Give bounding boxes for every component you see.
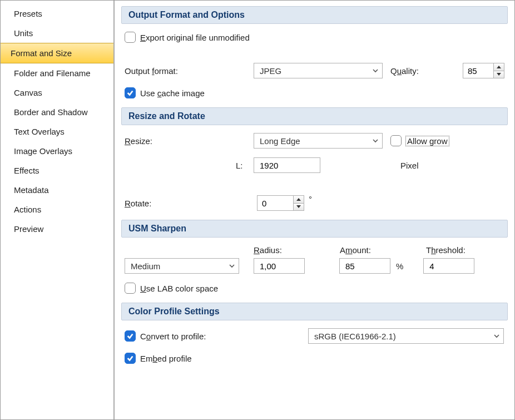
sidebar-label: Preview bbox=[14, 224, 43, 234]
section-header-output: Output Format and Options bbox=[121, 6, 508, 24]
checkbox-box bbox=[390, 135, 402, 146]
checkbox-box bbox=[125, 330, 136, 342]
sidebar-item-format-and-size[interactable]: Format and Size bbox=[1, 43, 113, 63]
amount-label: Amount: bbox=[340, 245, 426, 255]
checkbox-box bbox=[125, 353, 136, 364]
sidebar-item-preview[interactable]: Preview bbox=[1, 219, 113, 239]
sidebar-item-canvas[interactable]: Canvas bbox=[1, 83, 113, 102]
sidebar-label: Folder and Filename bbox=[14, 68, 91, 78]
sidebar-item-actions[interactable]: Actions bbox=[1, 200, 113, 219]
threshold-input[interactable] bbox=[423, 258, 474, 274]
sidebar-item-border-and-shadow[interactable]: Border and Shadow bbox=[1, 102, 113, 122]
use-lab-label: Use LAB color space bbox=[140, 284, 218, 293]
app-root: Presets Units Format and Size Folder and… bbox=[1, 1, 514, 419]
resize-mode-value: Long Edge bbox=[260, 136, 300, 146]
rotate-stepper[interactable] bbox=[257, 195, 304, 211]
sidebar-label: Border and Shadow bbox=[14, 107, 88, 117]
usm-preset-value: Medium bbox=[131, 261, 160, 271]
chevron-down-icon bbox=[372, 137, 379, 144]
long-side-label: L: bbox=[236, 161, 254, 170]
checkbox-box bbox=[125, 32, 136, 43]
allow-grow-label: Allow grow bbox=[406, 136, 449, 146]
output-format-label: Output format: bbox=[125, 66, 254, 76]
output-format-select[interactable]: JPEG bbox=[254, 63, 383, 78]
chevron-down-icon bbox=[372, 67, 379, 74]
chevron-down-icon bbox=[493, 333, 500, 339]
long-side-input[interactable] bbox=[254, 157, 320, 173]
sidebar-item-effects[interactable]: Effects bbox=[1, 161, 113, 180]
threshold-label: Threshold: bbox=[426, 245, 466, 255]
color-profile-select[interactable]: sRGB (IEC61966-2.1) bbox=[308, 328, 504, 344]
use-lab-checkbox[interactable]: Use LAB color space bbox=[125, 283, 218, 294]
sidebar-label: Text Overlays bbox=[14, 127, 65, 136]
sidebar-item-image-overlays[interactable]: Image Overlays bbox=[1, 141, 113, 161]
sidebar-item-text-overlays[interactable]: Text Overlays bbox=[1, 122, 113, 141]
sidebar-label: Units bbox=[14, 28, 33, 38]
use-cache-image-checkbox[interactable]: Use cache image bbox=[125, 87, 205, 98]
percent-label: % bbox=[396, 261, 403, 271]
quality-step-down[interactable] bbox=[494, 71, 504, 78]
export-original-label: Export original file unmodified bbox=[140, 33, 250, 42]
sidebar-label: Actions bbox=[14, 205, 41, 214]
sidebar-label: Format and Size bbox=[11, 48, 72, 58]
sidebar-item-metadata[interactable]: Metadata bbox=[1, 180, 113, 200]
quality-label: Quality: bbox=[390, 66, 463, 76]
checkbox-box bbox=[125, 283, 136, 294]
allow-grow-checkbox[interactable]: Allow grow bbox=[390, 135, 449, 146]
sidebar-label: Presets bbox=[14, 9, 42, 18]
rotate-step-down[interactable] bbox=[294, 204, 304, 211]
resize-mode-select[interactable]: Long Edge bbox=[254, 133, 383, 149]
sidebar-label: Canvas bbox=[14, 88, 42, 97]
sidebar-item-folder-and-filename[interactable]: Folder and Filename bbox=[1, 63, 113, 83]
quality-stepper[interactable] bbox=[463, 63, 504, 78]
sidebar-label: Image Overlays bbox=[14, 146, 72, 156]
usm-preset-select[interactable]: Medium bbox=[125, 258, 239, 274]
sidebar-item-units[interactable]: Units bbox=[1, 23, 113, 43]
section-header-resize: Resize and Rotate bbox=[121, 107, 508, 125]
resize-label: Resize: bbox=[125, 136, 254, 146]
convert-to-profile-label: Convert to profile: bbox=[140, 332, 206, 341]
quality-step-up[interactable] bbox=[494, 63, 504, 71]
amount-input[interactable] bbox=[339, 258, 390, 274]
use-cache-image-label: Use cache image bbox=[140, 88, 205, 98]
sidebar-label: Effects bbox=[14, 166, 39, 175]
sidebar: Presets Units Format and Size Folder and… bbox=[1, 1, 115, 419]
output-format-value: JPEG bbox=[260, 66, 281, 76]
checkbox-box bbox=[125, 87, 136, 98]
color-profile-value: sRGB (IEC61966-2.1) bbox=[314, 332, 396, 341]
section-header-usm: USM Sharpen bbox=[121, 220, 508, 238]
chevron-down-icon bbox=[229, 263, 235, 269]
sidebar-label: Metadata bbox=[14, 185, 49, 195]
section-header-color-profile: Color Profile Settings bbox=[121, 303, 508, 320]
rotate-input[interactable] bbox=[258, 196, 293, 210]
main-panel: Output Format and Options Export origina… bbox=[115, 1, 514, 419]
sidebar-item-presets[interactable]: Presets bbox=[1, 4, 113, 23]
embed-profile-label: Embed profile bbox=[140, 354, 192, 363]
rotate-step-up[interactable] bbox=[294, 196, 304, 204]
unit-label: Pixel bbox=[400, 161, 419, 170]
embed-profile-checkbox[interactable]: Embed profile bbox=[125, 353, 192, 364]
quality-input[interactable] bbox=[463, 63, 493, 78]
rotate-label: Rotate: bbox=[125, 199, 254, 208]
export-original-checkbox[interactable]: Export original file unmodified bbox=[125, 32, 250, 43]
radius-input[interactable] bbox=[254, 258, 305, 274]
convert-to-profile-checkbox[interactable]: Convert to profile: bbox=[125, 330, 308, 342]
radius-label: Radius: bbox=[254, 245, 340, 255]
degree-symbol: ° bbox=[309, 194, 312, 204]
